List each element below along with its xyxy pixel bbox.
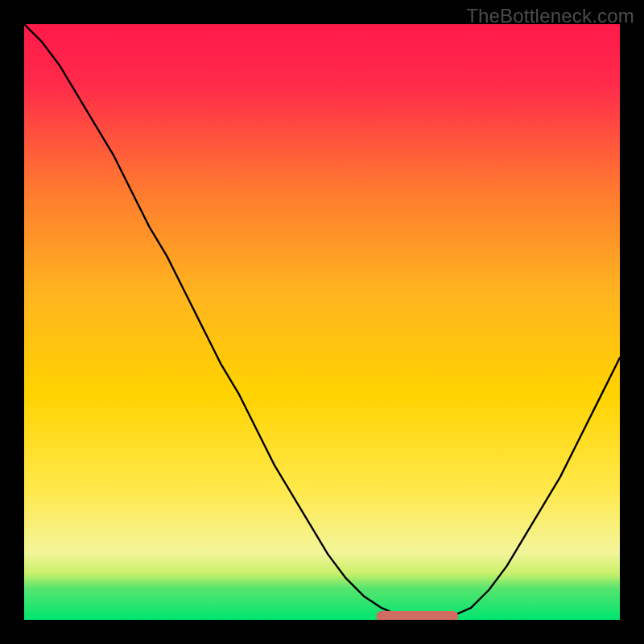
chart-container: TheBottleneck.com	[0, 0, 644, 644]
chart-svg	[24, 24, 620, 620]
gradient-background	[24, 24, 620, 620]
plot-area	[24, 24, 620, 620]
